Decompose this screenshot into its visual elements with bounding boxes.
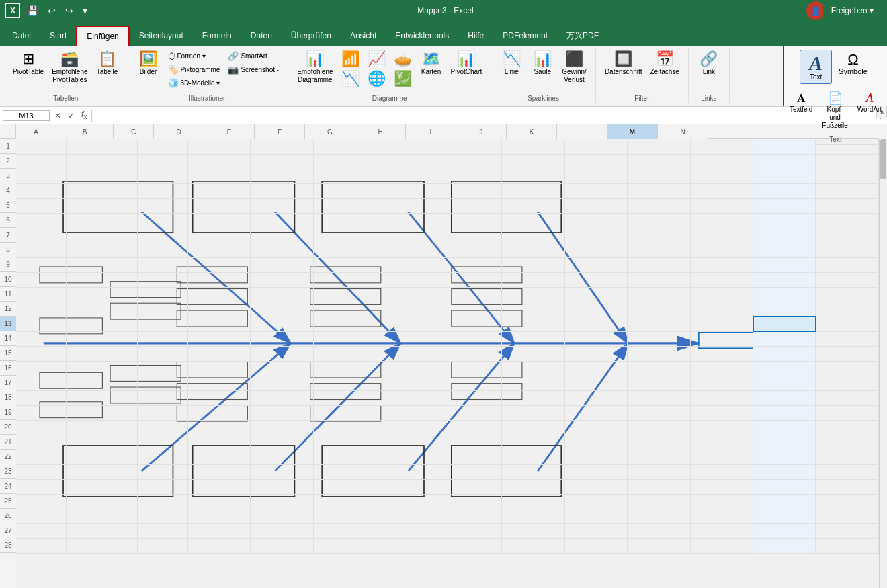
cell-b16[interactable] (67, 361, 138, 376)
cell-g20[interactable] (376, 420, 439, 435)
textfeld-btn[interactable]: 𝐀 Textfeld (787, 90, 815, 132)
cell-b10[interactable] (67, 272, 138, 287)
cell-e2[interactable] (251, 154, 313, 169)
cell-m24[interactable] (753, 479, 816, 494)
cell-n14[interactable] (816, 331, 879, 346)
cell-k5[interactable] (628, 198, 690, 213)
cell-d4[interactable] (187, 183, 250, 198)
cell-n24[interactable] (816, 479, 879, 494)
row-header-13[interactable]: 13 (0, 317, 16, 331)
cell-c10[interactable] (138, 272, 188, 287)
col-header-l[interactable]: L (557, 124, 607, 139)
cell-h22[interactable] (439, 450, 501, 464)
cell-h21[interactable] (439, 435, 501, 450)
col-header-f[interactable]: F (255, 124, 305, 139)
cell-a8[interactable] (16, 243, 67, 257)
cell-m9[interactable] (753, 257, 816, 272)
cell-c16[interactable] (138, 361, 188, 376)
cell-g9[interactable] (376, 257, 439, 272)
cell-h20[interactable] (439, 420, 501, 435)
cell-k26[interactable] (628, 509, 690, 523)
cell-a25[interactable] (16, 494, 67, 509)
cell-f6[interactable] (313, 213, 376, 228)
cell-c22[interactable] (138, 450, 188, 464)
cell-c1[interactable] (138, 139, 188, 154)
cell-b23[interactable] (67, 464, 138, 479)
datenschnitt-btn[interactable]: 🔲 Datenschnitt (601, 50, 646, 78)
cell-d12[interactable] (187, 302, 250, 317)
tab-seitenlayout[interactable]: Seitenlayout (130, 26, 193, 46)
cell-b18[interactable] (67, 390, 138, 405)
tabelle-btn[interactable]: 📋 Tabelle (93, 50, 122, 78)
cell-i20[interactable] (502, 420, 564, 435)
cell-h3[interactable] (439, 169, 501, 183)
cell-c5[interactable] (138, 198, 188, 213)
cell-e8[interactable] (251, 243, 313, 257)
cell-a16[interactable] (16, 361, 67, 376)
cell-k20[interactable] (628, 420, 690, 435)
cell-h4[interactable] (439, 183, 501, 198)
col-header-m[interactable]: M (607, 124, 658, 139)
row-header-7[interactable]: 7 (0, 228, 16, 243)
tab-daten[interactable]: Daten (241, 26, 282, 46)
cell-n21[interactable] (816, 435, 879, 450)
cell-i1[interactable] (502, 139, 564, 154)
cell-g13[interactable] (376, 317, 439, 331)
cell-i28[interactable] (502, 538, 564, 553)
cell-g23[interactable] (376, 464, 439, 479)
cell-i6[interactable] (502, 213, 564, 228)
formula-cancel-btn[interactable]: ✕ (52, 111, 63, 120)
cell-n27[interactable] (816, 523, 879, 538)
cell-m22[interactable] (753, 450, 816, 464)
row-header-28[interactable]: 28 (0, 538, 16, 553)
cell-a18[interactable] (16, 390, 67, 405)
col-header-b[interactable]: B (56, 124, 114, 139)
cell-j6[interactable] (564, 213, 627, 228)
cell-e17[interactable] (251, 376, 313, 390)
cell-b20[interactable] (67, 420, 138, 435)
cell-d22[interactable] (187, 450, 250, 464)
formen-btn[interactable]: ⬡ Formen ▾ (165, 50, 224, 62)
cell-d6[interactable] (187, 213, 250, 228)
cell-n13[interactable] (816, 317, 879, 331)
col-header-j[interactable]: J (456, 124, 507, 139)
cell-j3[interactable] (564, 169, 627, 183)
cell-n18[interactable] (816, 390, 879, 405)
cell-h26[interactable] (439, 509, 501, 523)
formula-confirm-btn[interactable]: ✓ (66, 111, 77, 120)
cell-c25[interactable] (138, 494, 188, 509)
cell-l23[interactable] (690, 464, 753, 479)
cell-m6[interactable] (753, 213, 816, 228)
cell-g28[interactable] (376, 538, 439, 553)
cell-k19[interactable] (628, 405, 690, 420)
cell-c14[interactable] (138, 331, 188, 346)
cell-j27[interactable] (564, 523, 627, 538)
cell-n2[interactable] (816, 154, 879, 169)
cell-i10[interactable] (502, 272, 564, 287)
cell-l18[interactable] (690, 390, 753, 405)
row-header-27[interactable]: 27 (0, 523, 16, 538)
cell-f4[interactable] (313, 183, 376, 198)
cell-e7[interactable] (251, 228, 313, 243)
cell-k13[interactable] (628, 317, 690, 331)
cell-c23[interactable] (138, 464, 188, 479)
cell-g3[interactable] (376, 169, 439, 183)
vertical-scrollbar[interactable] (879, 139, 887, 588)
cell-m25[interactable] (753, 494, 816, 509)
cell-d15[interactable] (187, 346, 250, 361)
cell-m8[interactable] (753, 243, 816, 257)
cell-e12[interactable] (251, 302, 313, 317)
cell-g21[interactable] (376, 435, 439, 450)
cell-l17[interactable] (690, 376, 753, 390)
cell-k2[interactable] (628, 154, 690, 169)
cell-k18[interactable] (628, 390, 690, 405)
cell-f18[interactable] (313, 390, 376, 405)
row-header-11[interactable]: 11 (0, 287, 16, 302)
cell-e10[interactable] (251, 272, 313, 287)
cell-d28[interactable] (187, 538, 250, 553)
cell-f19[interactable] (313, 405, 376, 420)
tab-hilfe[interactable]: Hilfe (458, 26, 493, 46)
cell-l12[interactable] (690, 302, 753, 317)
tab-formeln[interactable]: Formeln (193, 26, 241, 46)
cell-n20[interactable] (816, 420, 879, 435)
